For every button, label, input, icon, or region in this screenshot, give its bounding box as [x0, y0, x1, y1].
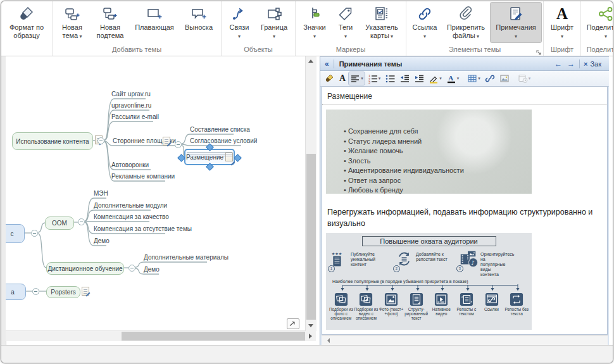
- link-button[interactable]: Ссылка: [408, 3, 441, 42]
- collapse-panel-icon[interactable]: «: [320, 60, 334, 68]
- selection-handle-left[interactable]: [177, 154, 185, 162]
- dialog-launcher-icon[interactable]: [536, 48, 542, 54]
- map-topic-ad-companies[interactable]: Рекламные компании: [111, 173, 175, 180]
- scroll-up-arrow[interactable]: [306, 56, 316, 66]
- map-index-button[interactable]: Указатель карты: [360, 3, 404, 42]
- indent-button[interactable]: [413, 72, 425, 85]
- map-topic-popsters[interactable]: Popsters: [46, 286, 80, 298]
- highlight-button[interactable]: ▾: [427, 72, 443, 85]
- collapse-toggle[interactable]: [78, 218, 85, 225]
- map-topic-cut-left-1[interactable]: с: [6, 224, 25, 243]
- content-type-item: Структу-рированный текст: [404, 292, 429, 320]
- selection-handle-bottom[interactable]: [206, 163, 214, 171]
- selection-handle-right[interactable]: [234, 154, 242, 162]
- app-window: Формат по образцу Новая тема Новая подте…: [1, 1, 613, 363]
- map-topic-materials[interactable]: Дополнительные материалы: [144, 254, 229, 261]
- format-painter-button[interactable]: Формат по образцу: [3, 3, 50, 42]
- ribbon-group-label: Шрифт: [546, 44, 579, 56]
- selection-handle-top[interactable]: [206, 143, 214, 151]
- notes-icon: [508, 4, 524, 23]
- map-topic-autofunnels[interactable]: Автоворонки: [111, 161, 149, 168]
- map-topic-distance-learning[interactable]: Дистанционное обучение: [46, 262, 124, 275]
- step-text: Ориентируйтесь на популярные виды контен…: [480, 249, 510, 277]
- font-button[interactable]: A: [338, 72, 347, 85]
- floating-topic-icon: [146, 4, 163, 23]
- native-video-icon: [434, 292, 448, 306]
- collapse-toggle[interactable]: [128, 265, 135, 272]
- notes-format-toolbar: A ▾ 123▾ ▾ A▾ ▾ ▾: [320, 71, 609, 87]
- notes-content[interactable]: Размещение Сохранение для себя Статус ли…: [322, 86, 608, 335]
- chevron-down-icon: [605, 32, 607, 41]
- share-button[interactable]: Поделиться: [583, 3, 613, 42]
- map-topic-terms[interactable]: Согласование условий: [190, 137, 257, 144]
- collapse-toggle[interactable]: [31, 230, 38, 237]
- map-topic-oom[interactable]: ООМ: [45, 217, 74, 230]
- scroll-down-arrow[interactable]: [306, 321, 316, 331]
- outdent-button[interactable]: [398, 72, 411, 85]
- map-topic-placement-selected[interactable]: Размещение: [184, 149, 235, 165]
- map-topic-email[interactable]: Рассылки e-mail: [111, 113, 159, 120]
- insert-datetime-button[interactable]: ▾: [517, 72, 532, 85]
- tags-button[interactable]: Теги: [332, 3, 360, 42]
- photo-icon: [384, 292, 398, 306]
- scroll-left-arrow[interactable]: [325, 338, 330, 343]
- align-button[interactable]: ▾: [349, 72, 365, 85]
- map-canvas[interactable]: Использование контента Сайт uprav.ru upr…: [6, 56, 305, 341]
- note-icon[interactable]: [163, 137, 170, 146]
- collapse-toggle[interactable]: [97, 137, 104, 144]
- diagram-title: Повышение охвата аудитории: [362, 236, 496, 246]
- format-painter-button[interactable]: [323, 72, 336, 85]
- scrollbar-thumb[interactable]: [306, 154, 316, 320]
- new-topic-button[interactable]: Новая тема: [54, 3, 90, 42]
- content-type-item: Ссылки: [479, 292, 504, 320]
- map-topic-demo-1[interactable]: Демо: [94, 237, 110, 244]
- chevron-down-icon: ▾: [478, 76, 480, 81]
- back-arrow-icon[interactable]: ←: [554, 60, 562, 68]
- scrollbar-thumb[interactable]: [122, 332, 305, 341]
- new-topic-icon: [64, 4, 80, 23]
- scroll-right-arrow[interactable]: [305, 331, 316, 341]
- insert-link-button[interactable]: [484, 72, 496, 85]
- insert-image-button[interactable]: [498, 72, 511, 85]
- map-topic-site-uprav[interactable]: Сайт uprav.ru: [111, 91, 151, 97]
- map-vertical-scrollbar[interactable]: [305, 56, 316, 331]
- content-type-item: Репосты без текста: [504, 292, 529, 320]
- font-color-button[interactable]: A▾: [445, 72, 461, 85]
- callout-button[interactable]: Выноска: [179, 3, 219, 42]
- bullet-list-button[interactable]: [384, 72, 396, 85]
- relationships-button[interactable]: Связи: [223, 3, 255, 42]
- fit-map-button[interactable]: [287, 318, 299, 329]
- map-topic-cut-left-2[interactable]: а: [6, 284, 26, 300]
- close-panel-button[interactable]: × Зак: [584, 60, 609, 68]
- map-topic-comp-quality[interactable]: Компенсация за качество: [94, 213, 169, 220]
- attach-files-button[interactable]: Прикрепить файлы: [441, 3, 491, 42]
- map-topic-comp-absence[interactable]: Компенсация за отсутствие темы: [94, 225, 192, 232]
- ribbon-group-markers: Значки Теги Указатель карты Ма: [296, 1, 406, 56]
- ribbon-group-add-topics: Новая тема Новая подтема Плавающая: [53, 1, 222, 56]
- floating-topic-button[interactable]: Плавающая: [130, 3, 179, 42]
- divider: [322, 104, 607, 105]
- new-subtopic-button[interactable]: Новая подтема: [90, 3, 130, 42]
- map-topic-list-making[interactable]: Составление списка: [190, 126, 250, 133]
- forward-arrow-icon[interactable]: →: [567, 60, 575, 68]
- collapse-toggle[interactable]: [32, 288, 39, 295]
- map-topic-demo-2[interactable]: Демо: [144, 266, 160, 273]
- notes-horizontal-scrollbar[interactable]: [322, 335, 608, 345]
- note-icon[interactable]: [82, 287, 89, 296]
- numbered-list-button[interactable]: 123▾: [367, 72, 382, 85]
- chevron-down-icon: ▾: [439, 76, 442, 81]
- map-topic-men[interactable]: МЭН: [94, 190, 108, 197]
- notes-button[interactable]: Примечания: [491, 3, 541, 42]
- collapse-toggle[interactable]: [175, 141, 182, 148]
- boundary-button[interactable]: Граница: [255, 3, 293, 42]
- icons-button[interactable]: Значки: [298, 3, 332, 42]
- map-topic-upravonline[interactable]: upravonline.ru: [111, 102, 151, 109]
- close-label: Зак: [590, 60, 601, 68]
- map-topic-use-content[interactable]: Использование контента: [12, 132, 93, 150]
- table-button[interactable]: ▾: [466, 72, 482, 85]
- font-button[interactable]: A Шрифт: [546, 3, 579, 42]
- list-item: Статус лидера мнений: [344, 137, 532, 147]
- note-icon[interactable]: [225, 153, 233, 161]
- map-topic-modules[interactable]: Дополнительные модули: [94, 202, 167, 209]
- map-horizontal-scrollbar[interactable]: [6, 330, 305, 341]
